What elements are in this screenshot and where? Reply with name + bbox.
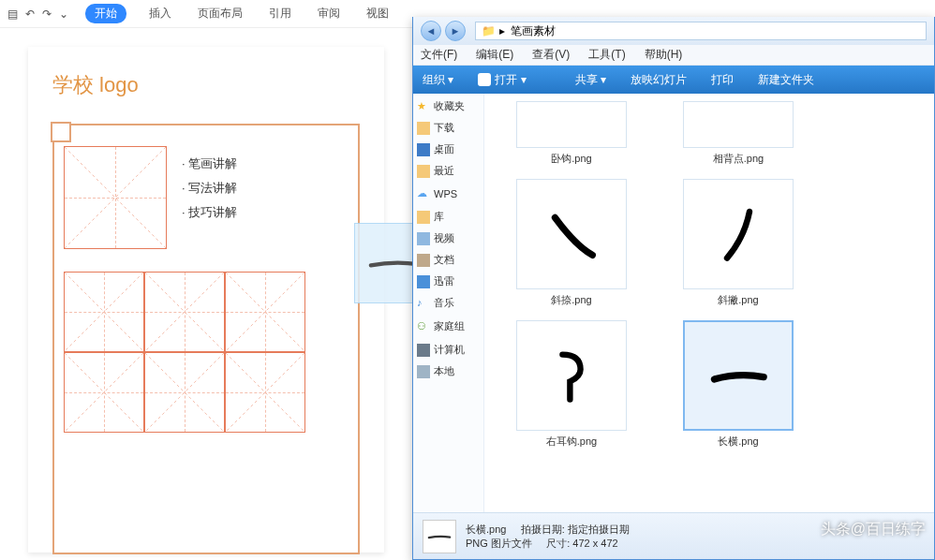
doc-frame: · 笔画讲解 · 写法讲解 · 技巧讲解 (52, 124, 360, 554)
file-label: 斜捺.png (516, 293, 627, 307)
file-label: 长横.png (683, 435, 794, 449)
explorer-sidebar: ★收藏夹 下载 桌面 最近 ☁WPS 库 视频 文档 迅雷 ♪音乐 ⚇家庭组 计… (413, 94, 484, 535)
menu-edit[interactable]: 编辑(E) (476, 47, 513, 63)
mi-grid-cell[interactable] (225, 272, 305, 352)
mi-grid-cell[interactable] (144, 352, 225, 433)
menu-file[interactable]: 文件(F) (421, 47, 457, 63)
file-label: 右耳钩.png (516, 435, 627, 449)
svg-line-0 (65, 147, 166, 248)
status-filetype: PNG 图片文件 (466, 538, 532, 549)
sidebar-music[interactable]: ♪音乐 (417, 296, 480, 310)
file-item[interactable]: 卧钩.png (516, 101, 627, 166)
bullet-item: · 写法讲解 (182, 176, 237, 200)
tab-ref[interactable]: 引用 (269, 6, 291, 22)
explorer-window: ◄ ► 📁 ▸ 笔画素材 文件(F) 编辑(E) 查看(V) 工具(T) 帮助(… (412, 17, 935, 560)
explorer-command-bar: 组织 ▾ 打开 ▾ 共享 ▾ 放映幻灯片 打印 新建文件夹 (413, 66, 934, 94)
cmd-newfolder[interactable]: 新建文件夹 (758, 72, 814, 88)
mi-grid-cell[interactable] (225, 352, 305, 433)
practice-grid (64, 272, 305, 433)
sidebar-downloads[interactable]: 下载 (417, 121, 480, 135)
svg-line-9 (65, 353, 143, 432)
status-meta: 拍摄日期: 指定拍摄日期 (521, 523, 630, 535)
sidebar-wps[interactable]: ☁WPS (417, 187, 480, 200)
file-item[interactable]: 右耳钩.png (516, 320, 627, 449)
svg-line-2 (65, 273, 143, 351)
svg-line-3 (65, 273, 143, 351)
wps-document: 学校 logo · 笔画讲解 · 写法讲解 · 技巧讲解 (28, 47, 384, 553)
tab-insert[interactable]: 插入 (149, 6, 171, 22)
nav-forward-button[interactable]: ► (445, 21, 466, 41)
menu-tools[interactable]: 工具(T) (588, 47, 625, 63)
svg-line-1 (65, 147, 166, 248)
explorer-titlebar[interactable]: ◄ ► 📁 ▸ 笔画素材 (413, 17, 934, 45)
save-icon[interactable]: ▤ (7, 7, 18, 21)
bullet-item: · 笔画讲解 (182, 152, 237, 176)
file-item[interactable]: 斜撇.png (683, 179, 794, 307)
tab-review[interactable]: 审阅 (318, 6, 340, 22)
menu-help[interactable]: 帮助(H) (645, 47, 683, 63)
svg-line-5 (145, 273, 224, 351)
cmd-share[interactable]: 共享 ▾ (575, 72, 606, 88)
tab-view[interactable]: 视图 (366, 6, 389, 22)
file-label: 相背点.png (683, 152, 794, 166)
status-filename: 长横.png (466, 523, 506, 535)
sidebar-favorites[interactable]: ★收藏夹 (417, 99, 480, 113)
sidebar-xunlei[interactable]: 迅雷 (417, 274, 480, 288)
svg-line-6 (226, 273, 304, 351)
doc-bullets: · 笔画讲解 · 写法讲解 · 技巧讲解 (182, 146, 237, 249)
menu-view[interactable]: 查看(V) (532, 47, 570, 63)
sidebar-desktop[interactable]: 桌面 (417, 142, 480, 156)
tab-layout[interactable]: 页面布局 (198, 6, 243, 22)
sidebar-library[interactable]: 库 (417, 210, 480, 224)
address-bar[interactable]: 📁 ▸ 笔画素材 (475, 22, 927, 40)
tab-start[interactable]: 开始 (85, 4, 126, 23)
folder-icon: 📁 (482, 24, 496, 37)
sidebar-video[interactable]: 视频 (417, 231, 480, 245)
svg-line-7 (226, 273, 304, 351)
doc-title: 学校 logo (52, 71, 360, 99)
cmd-organize[interactable]: 组织 ▾ (423, 72, 453, 88)
file-item[interactable]: 相背点.png (683, 101, 794, 166)
redo-icon[interactable]: ↷ (42, 7, 52, 21)
status-thumbnail-icon (423, 520, 456, 553)
sidebar-localdisk[interactable]: 本地 (417, 364, 480, 378)
cmd-print[interactable]: 打印 (711, 72, 734, 88)
svg-line-10 (145, 353, 224, 432)
svg-line-12 (226, 353, 304, 432)
sidebar-computer[interactable]: 计算机 (417, 343, 480, 357)
status-dimensions: 尺寸: 472 x 472 (546, 538, 617, 549)
svg-line-11 (145, 353, 224, 432)
mi-grid-cell[interactable] (64, 352, 144, 433)
svg-line-4 (145, 273, 224, 351)
sidebar-recent[interactable]: 最近 (417, 164, 480, 178)
file-item[interactable]: 斜捺.png (516, 179, 627, 307)
more-icon[interactable]: ⌄ (59, 7, 68, 21)
nav-back-button[interactable]: ◄ (421, 21, 441, 41)
address-text: 笔画素材 (511, 23, 556, 39)
sidebar-homegroup[interactable]: ⚇家庭组 (417, 319, 480, 333)
cmd-open[interactable]: 打开 ▾ (478, 72, 550, 88)
mi-grid-cell[interactable] (144, 272, 225, 352)
wps-icon (478, 73, 491, 86)
svg-line-8 (65, 353, 143, 432)
svg-line-13 (226, 353, 304, 432)
bullet-item: · 技巧讲解 (182, 200, 237, 225)
sidebar-docs[interactable]: 文档 (417, 253, 480, 267)
undo-icon[interactable]: ↶ (25, 7, 35, 21)
file-item-selected[interactable]: 长横.png (683, 320, 794, 449)
mi-grid-cell[interactable] (64, 146, 167, 249)
mi-grid-cell[interactable] (64, 272, 144, 352)
explorer-file-grid: 卧钩.png 相背点.png 斜捺.png 斜撇.png (484, 94, 934, 535)
file-label: 卧钩.png (516, 152, 627, 166)
explorer-menubar: 文件(F) 编辑(E) 查看(V) 工具(T) 帮助(H) (413, 45, 934, 66)
file-label: 斜撇.png (683, 293, 794, 307)
watermark-text: 头条@百日练字 (821, 520, 926, 539)
corner-ornament-icon (51, 122, 71, 142)
cmd-slideshow[interactable]: 放映幻灯片 (631, 72, 687, 88)
